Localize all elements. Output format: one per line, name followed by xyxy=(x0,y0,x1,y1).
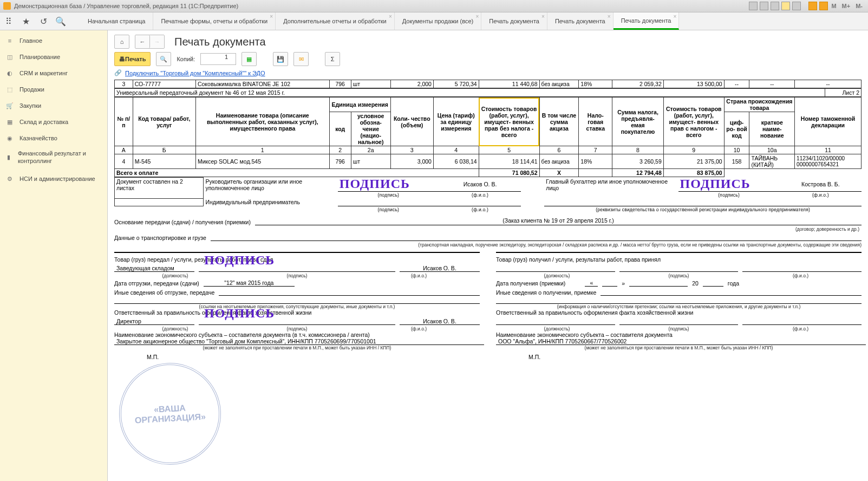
sidebar-item-finance[interactable]: ▮Финансовый результат и контроллинг xyxy=(0,146,107,168)
tab-home[interactable]: Начальная страница xyxy=(80,12,153,30)
tray-icon[interactable] xyxy=(771,2,779,10)
gear-icon: ⚙ xyxy=(5,174,14,183)
close-icon[interactable]: × xyxy=(674,14,677,20)
tab-print-doc-active[interactable]: Печать документа× xyxy=(614,12,680,30)
save-button[interactable]: 💾 xyxy=(273,52,288,66)
tab-additional[interactable]: Дополнительные отчеты и обработки× xyxy=(276,12,395,30)
template-button[interactable]: ▦ xyxy=(242,52,257,66)
star-icon[interactable]: ★ xyxy=(21,16,31,27)
home-button[interactable]: ⌂ xyxy=(114,35,129,49)
window-title: Демонстрационная база / Управление торго… xyxy=(14,3,238,9)
table-row: 4 М-545 Миксер SOLAC мод.545 796 шт 3,00… xyxy=(115,154,862,169)
back-button[interactable]: ← xyxy=(135,35,150,48)
copies-label: Копий: xyxy=(177,56,195,62)
transfer-block: Товар (груз) передал / услуги, результат… xyxy=(114,252,480,360)
tab-print-forms[interactable]: Печатные формы, отчеты и обработки× xyxy=(153,12,276,30)
apps-icon[interactable]: ⠿ xyxy=(3,16,14,27)
sidebar-item-purchases[interactable]: 🛒Закупки xyxy=(0,98,107,114)
sidebar: ≡Главное ◫Планирование ◐CRM и маркетинг … xyxy=(0,30,108,481)
close-icon[interactable]: × xyxy=(608,14,611,20)
tray-calc-icon[interactable] xyxy=(808,2,817,10)
tab-print-doc[interactable]: Печать документа× xyxy=(547,12,614,30)
sidebar-item-main[interactable]: ≡Главное xyxy=(0,32,107,49)
memory-m[interactable]: M xyxy=(829,2,838,10)
content-area: ⌂ ← → Печать документа 🖶 Печать 🔍 Копий:… xyxy=(108,30,868,481)
sidebar-item-sales[interactable]: ⬚Продажи xyxy=(0,81,107,98)
cart-icon: 🛒 xyxy=(5,101,14,110)
sidebar-item-planning[interactable]: ◫Планирование xyxy=(0,49,107,65)
grid-icon: ▦ xyxy=(5,118,14,126)
chart-icon: ▮ xyxy=(5,153,12,161)
pie-icon: ◐ xyxy=(5,69,14,77)
close-icon[interactable]: × xyxy=(541,14,545,20)
sidebar-item-warehouse[interactable]: ▦Склад и доставка xyxy=(0,114,107,130)
sidebar-item-treasury[interactable]: ◉Казначейство xyxy=(0,130,107,146)
tab-sales-docs[interactable]: Документы продажи (все)× xyxy=(395,12,481,30)
receive-block: Товар (груз) получил / услуги, результат… xyxy=(496,252,862,360)
preview-button[interactable]: 🔍 xyxy=(156,52,171,66)
tab-strip: Начальная страница Печатные формы, отчет… xyxy=(80,12,679,30)
table-row: 3 СО-77777 Соковыжималка BINATONE JE 102… xyxy=(115,80,862,88)
app-icon xyxy=(3,2,11,10)
memory-mminus[interactable]: M- xyxy=(853,2,865,10)
invoice-table: № п/п Код товара/ работ, услуг Наименова… xyxy=(114,97,862,177)
title-bar: Демонстрационная база / Управление торго… xyxy=(0,0,868,12)
close-icon[interactable]: × xyxy=(270,14,273,20)
tray-icon[interactable] xyxy=(760,2,768,10)
sidebar-item-crm[interactable]: ◐CRM и маркетинг xyxy=(0,65,107,81)
sheet-label: Лист 2 xyxy=(825,89,862,97)
sidebar-item-admin[interactable]: ⚙НСИ и администрирование xyxy=(0,168,107,190)
tab-print-doc[interactable]: Печать документа× xyxy=(481,12,547,30)
chain-icon: 🔗 xyxy=(114,69,122,76)
close-icon[interactable]: × xyxy=(475,14,479,20)
document-preview: 3 СО-77777 Соковыжималка BINATONE JE 102… xyxy=(114,80,862,360)
tray-star-icon[interactable] xyxy=(781,2,790,10)
box-icon: ⬚ xyxy=(5,85,14,94)
menu-icon: ≡ xyxy=(5,36,14,45)
close-icon[interactable]: × xyxy=(389,14,392,20)
tray-icon[interactable] xyxy=(792,2,801,10)
mail-button[interactable]: ✉ xyxy=(293,52,309,66)
page-title: Печать документа xyxy=(174,36,266,48)
memory-mplus[interactable]: M+ xyxy=(840,2,853,10)
upd-title: Универсальный передаточный документ № 46… xyxy=(115,89,825,97)
tray-icon[interactable] xyxy=(749,2,758,10)
forward-button[interactable]: → xyxy=(150,35,164,48)
print-button[interactable]: 🖶 Печать xyxy=(114,52,151,66)
copies-input[interactable]: 1 xyxy=(200,53,236,65)
search-icon[interactable]: 🔍 xyxy=(55,16,66,27)
tray-calendar-icon[interactable] xyxy=(819,2,828,10)
coin-icon: ◉ xyxy=(5,134,14,142)
history-icon[interactable]: ↺ xyxy=(38,16,49,27)
edo-link[interactable]: Подключить "Торговый дом "Комплексный"" … xyxy=(125,70,265,76)
totals-row: Всего к оплате 71 080,52 Х 12 794,48 83 … xyxy=(115,169,862,177)
calendar-icon: ◫ xyxy=(5,53,14,61)
sum-button[interactable]: Σ xyxy=(325,52,340,66)
main-toolbar: ⠿ ★ ↺ 🔍 Начальная страница Печатные форм… xyxy=(0,12,868,30)
